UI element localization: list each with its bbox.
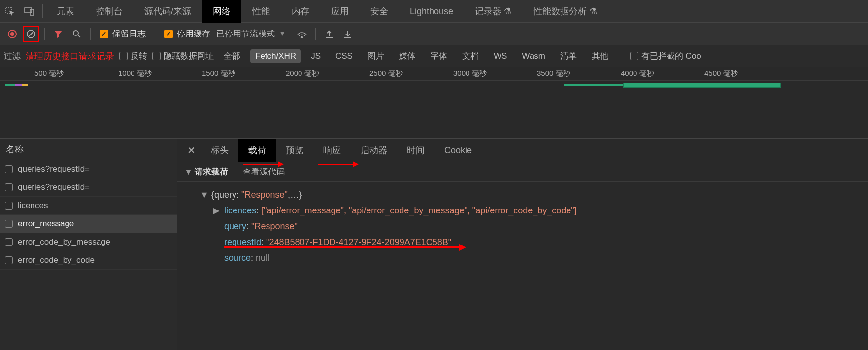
detail-tab-headers[interactable]: 标头 [201,139,238,162]
filter-bar: 过滤 清理历史接口请求记录 反转 隐藏数据网址 全部 Fetch/XHR JS … [0,45,868,67]
svg-point-9 [301,36,303,38]
tab-lighthouse[interactable]: Lighthouse [399,0,464,23]
tick-label: 500 毫秒 [34,69,64,78]
timeline-ticks: 500 毫秒 1000 毫秒 1500 毫秒 2000 毫秒 2500 毫秒 3… [0,67,868,81]
request-row[interactable]: error_code_by_message [0,233,177,251]
json-summary-line[interactable]: ▼ {query: "Response",…} [187,187,858,203]
filter-type-img[interactable]: 图片 [363,48,389,64]
request-row[interactable]: queries?requestId= [0,178,177,197]
annotation-clear-history: 清理历史接口请求记录 [26,50,114,62]
inspect-icon[interactable] [0,0,20,23]
checkbox-off-icon [5,256,13,264]
tab-recorder[interactable]: 记录器 ⚗ [464,0,523,23]
filter-type-ws[interactable]: WS [489,49,512,63]
tab-application[interactable]: 应用 [320,0,360,23]
detail-tab-cookies[interactable]: Cookie [434,139,482,162]
svg-point-7 [73,31,78,35]
tick-label: 2000 毫秒 [286,69,319,78]
close-icon[interactable]: ✕ [181,144,201,156]
tab-network[interactable]: 网络 [202,0,241,23]
tick-label: 2500 毫秒 [369,69,403,78]
tick-label: 1000 毫秒 [118,69,152,78]
filter-type-css[interactable]: CSS [331,49,358,63]
checkbox-off-icon [5,238,13,246]
upload-har-icon[interactable] [321,26,337,42]
detail-tab-bar: ✕ 标头 载荷 预览 响应 启动器 时间 Cookie [177,139,868,162]
collapse-triangle-icon[interactable]: ▼ [184,167,193,176]
clear-icon[interactable] [23,26,39,42]
detail-tab-response[interactable]: 响应 [313,139,351,162]
filter-type-other[interactable]: 其他 [587,48,613,64]
main-tab-bar: 元素 控制台 源代码/来源 网络 性能 内存 应用 安全 Lighthouse … [0,0,868,23]
checkbox-off-icon [5,220,13,228]
svg-point-4 [10,32,14,36]
filter-icon[interactable] [50,26,67,42]
detail-tab-preview[interactable]: 预览 [276,139,313,162]
filter-type-js[interactable]: JS [306,49,326,63]
disable-cache-checkbox[interactable]: ✓ 停用缓存 [164,28,210,39]
payload-title: 请求载荷 [195,167,228,176]
record-icon[interactable] [4,26,21,42]
json-line-source: source: null [187,250,858,266]
tab-memory[interactable]: 内存 [281,0,320,23]
preserve-log-label: 保留日志 [112,28,146,39]
tab-console[interactable]: 控制台 [85,0,134,23]
filter-type-wasm[interactable]: Wasm [517,49,550,63]
filter-type-fetch-xhr[interactable]: Fetch/XHR [250,49,301,63]
checkbox-off-icon [119,52,128,60]
expand-triangle-icon[interactable]: ▶ [213,203,222,218]
separator [155,28,155,40]
request-list-header: 名称 [0,139,177,160]
filter-type-all[interactable]: 全部 [219,48,245,64]
separator [315,28,316,40]
tick-label: 3500 毫秒 [537,69,570,78]
search-icon[interactable] [68,26,85,42]
device-toggle-icon[interactable] [20,0,39,23]
detail-tab-initiator[interactable]: 启动器 [351,139,397,162]
disable-cache-label: 停用缓存 [177,28,210,39]
json-line-licences[interactable]: ▶ licences: ["api/error_message", "api/e… [187,203,858,218]
tab-elements[interactable]: 元素 [46,0,85,23]
separator [90,28,91,40]
hide-data-urls-checkbox[interactable]: 隐藏数据网址 [152,50,214,62]
divider [42,4,43,18]
tab-sources[interactable]: 源代码/来源 [134,0,202,23]
filter-type-media[interactable]: 媒体 [394,48,421,64]
tick-label: 1500 毫秒 [202,69,235,78]
invert-checkbox[interactable]: 反转 [119,50,147,62]
request-row[interactable]: licences [0,197,177,215]
svg-line-8 [78,35,80,37]
network-toolbar: ✓ 保留日志 ✓ 停用缓存 已停用节流模式 [0,23,868,45]
request-row-selected[interactable]: error_message [0,215,177,233]
annotation-underline: requestId: "248B5807-F1DD-4127-9F24-2099… [224,237,451,247]
timeline-overview[interactable]: 500 毫秒 1000 毫秒 1500 毫秒 2000 毫秒 2500 毫秒 3… [0,67,868,139]
network-conditions-icon[interactable] [294,26,310,42]
timeline-bars [0,83,868,89]
request-row[interactable]: queries?requestId= [0,160,177,178]
throttling-dropdown[interactable]: 已停用节流模式 [216,28,286,39]
json-line-query: query: "Response" [187,218,858,234]
expand-triangle-icon[interactable]: ▼ [200,187,209,203]
blocked-cookies-checkbox[interactable]: 有已拦截的 Coo [630,50,701,62]
tab-security[interactable]: 安全 [360,0,399,23]
detail-tab-payload[interactable]: 载荷 [238,139,276,162]
json-line-request-id: requestId: "248B5807-F1DD-4127-9F24-2099… [187,234,858,250]
network-detail-split: 名称 queries?requestId= queries?requestId=… [0,139,868,350]
checkbox-off-icon [630,52,638,60]
tick-label: 4000 毫秒 [621,69,654,78]
detail-tab-timing[interactable]: 时间 [397,139,434,162]
checkbox-off-icon [5,183,13,191]
view-source-link[interactable]: 查看源代码 [243,166,285,177]
tick-label: 3000 毫秒 [453,69,487,78]
checkbox-on-icon: ✓ [100,30,108,38]
preserve-log-checkbox[interactable]: ✓ 保留日志 [100,28,146,39]
tab-performance[interactable]: 性能 [241,0,281,23]
filter-type-font[interactable]: 字体 [426,48,452,64]
request-row[interactable]: error_code_by_code [0,251,177,270]
download-har-icon[interactable] [339,26,356,42]
filter-type-manifest[interactable]: 清单 [555,48,582,64]
tick-label: 4500 毫秒 [704,69,738,78]
filter-type-doc[interactable]: 文档 [457,48,484,64]
svg-line-6 [28,31,34,37]
tab-perf-insights[interactable]: 性能数据分析 ⚗ [523,0,608,23]
